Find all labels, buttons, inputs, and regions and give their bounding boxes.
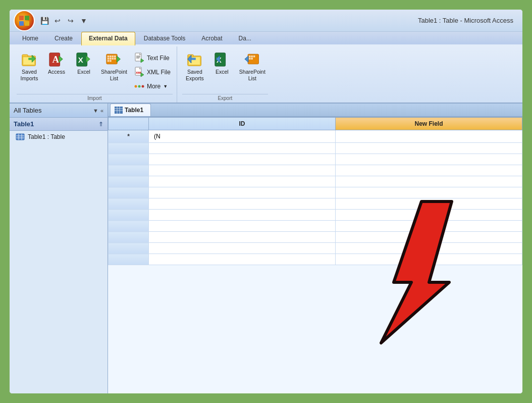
xml-file-button[interactable]: XML XML File <box>132 66 173 79</box>
saved-exports-button[interactable]: SavedExports <box>182 49 207 83</box>
svg-marker-7 <box>59 56 63 62</box>
title-bar: 💾 ↩ ↪ ▼ Table1 : Table - Microsoft Acces… <box>10 10 522 32</box>
content-area: Table1 ID New Field <box>108 104 522 393</box>
svg-marker-50 <box>245 56 248 62</box>
saved-exports-label: SavedExports <box>186 69 204 81</box>
empty-id-11[interactable] <box>149 254 336 265</box>
redo-button[interactable]: ↪ <box>65 15 76 26</box>
saved-imports-icon <box>21 51 37 67</box>
empty-field-2[interactable] <box>336 154 522 165</box>
access-button[interactable]: A Access <box>44 49 69 77</box>
empty-id-6[interactable] <box>149 198 336 210</box>
undo-button[interactable]: ↩ <box>52 15 63 26</box>
ribbon-content: SavedImports A Access <box>10 44 522 103</box>
tab-external-data[interactable]: External Data <box>81 32 135 45</box>
table1-tab[interactable]: Table1 <box>110 104 151 116</box>
empty-row-6 <box>109 198 522 210</box>
empty-row-8 <box>109 221 522 232</box>
table1-section-header[interactable]: Table1 ⇑ <box>10 118 108 131</box>
excel-export-button[interactable]: X Excel <box>209 49 235 77</box>
empty-id-7[interactable] <box>149 210 336 221</box>
svg-rect-16 <box>108 58 110 60</box>
import-group-items: SavedImports A Access <box>17 47 173 93</box>
xml-file-icon: XML <box>134 67 145 78</box>
content-wrapper: Table1 ID New Field <box>108 104 522 393</box>
empty-field-11[interactable] <box>336 254 522 265</box>
svg-marker-32 <box>141 73 144 77</box>
section-expand-icon: ⇑ <box>98 121 103 128</box>
empty-field-7[interactable] <box>336 210 522 221</box>
table-tab-bar: Table1 <box>108 104 522 117</box>
row-asterisk: * <box>109 130 149 143</box>
svg-rect-15 <box>114 56 116 58</box>
empty-id-1[interactable] <box>149 143 336 154</box>
tab-home[interactable]: Home <box>15 32 46 44</box>
svg-rect-14 <box>112 56 114 58</box>
empty-field-6[interactable] <box>336 198 522 210</box>
excel-export-label: Excel <box>216 69 229 75</box>
empty-row-header-3 <box>109 165 149 176</box>
svg-rect-21 <box>110 60 112 62</box>
svg-rect-51 <box>16 134 24 140</box>
empty-row-1 <box>109 143 522 154</box>
empty-row-header-6 <box>109 198 149 210</box>
empty-field-8[interactable] <box>336 221 522 232</box>
svg-rect-56 <box>115 107 123 114</box>
tab-database-tools[interactable]: Database Tools <box>136 32 193 44</box>
window-title: Table1 : Table - Microsoft Access <box>418 17 513 24</box>
svg-rect-46 <box>251 56 253 58</box>
tab-datasheet[interactable]: Da... <box>231 32 259 44</box>
id-cell[interactable]: (N <box>149 130 336 143</box>
excel-import-button[interactable]: X Excel <box>71 49 96 77</box>
empty-id-2[interactable] <box>149 154 336 165</box>
nav-filter-button[interactable]: ▼ <box>93 108 98 114</box>
nav-collapse-button[interactable]: « <box>100 108 103 114</box>
empty-field-1[interactable] <box>336 143 522 154</box>
table1-tab-label: Table1 <box>125 107 143 114</box>
text-file-button[interactable]: Text File <box>132 52 173 65</box>
empty-row-header-5 <box>109 187 149 198</box>
customize-qat-button[interactable]: ▼ <box>78 15 89 26</box>
table1-item-label: Table1 : Table <box>28 133 65 140</box>
save-button[interactable]: 💾 <box>39 15 50 26</box>
more-icon <box>134 81 145 92</box>
empty-id-5[interactable] <box>149 187 336 198</box>
empty-field-5[interactable] <box>336 187 522 198</box>
empty-row-header-1 <box>109 143 149 154</box>
more-button[interactable]: More ▼ <box>132 80 173 93</box>
empty-field-10[interactable] <box>336 243 522 254</box>
empty-id-4[interactable] <box>149 176 336 187</box>
empty-row-9 <box>109 232 522 243</box>
tab-acrobat[interactable]: Acrobat <box>194 32 230 44</box>
office-button[interactable] <box>14 10 35 31</box>
empty-row-3 <box>109 165 522 176</box>
table1-nav-item[interactable]: Table1 : Table <box>10 131 108 143</box>
sharepoint-export-label: SharePointList <box>239 69 265 81</box>
empty-id-9[interactable] <box>149 232 336 243</box>
empty-field-3[interactable] <box>336 165 522 176</box>
more-dropdown-icon: ▼ <box>163 84 168 89</box>
saved-imports-button[interactable]: SavedImports <box>17 49 42 83</box>
quick-access-toolbar: 💾 ↩ ↪ ▼ <box>39 15 89 26</box>
empty-id-10[interactable] <box>149 243 336 254</box>
sharepoint-import-icon <box>106 51 122 67</box>
excel-import-icon: X <box>76 51 92 67</box>
svg-rect-13 <box>110 56 112 58</box>
svg-rect-48 <box>249 58 251 60</box>
svg-rect-1 <box>22 55 28 57</box>
sharepoint-import-button[interactable]: SharePointList <box>98 49 130 83</box>
empty-row-7 <box>109 210 522 221</box>
empty-field-9[interactable] <box>336 232 522 243</box>
svg-text:A: A <box>52 54 60 65</box>
empty-id-3[interactable] <box>149 165 336 176</box>
tab-create[interactable]: Create <box>47 32 80 44</box>
ribbon: Home Create External Data Database Tools… <box>10 32 522 104</box>
small-import-items: Text File XML XML Fil <box>132 49 173 93</box>
new-field-cell[interactable] <box>336 130 522 143</box>
sharepoint-export-icon <box>244 51 260 67</box>
empty-id-8[interactable] <box>149 221 336 232</box>
svg-rect-18 <box>112 58 114 60</box>
sharepoint-export-button[interactable]: SharePointList <box>237 49 268 83</box>
empty-field-4[interactable] <box>336 176 522 187</box>
svg-rect-17 <box>110 58 112 60</box>
